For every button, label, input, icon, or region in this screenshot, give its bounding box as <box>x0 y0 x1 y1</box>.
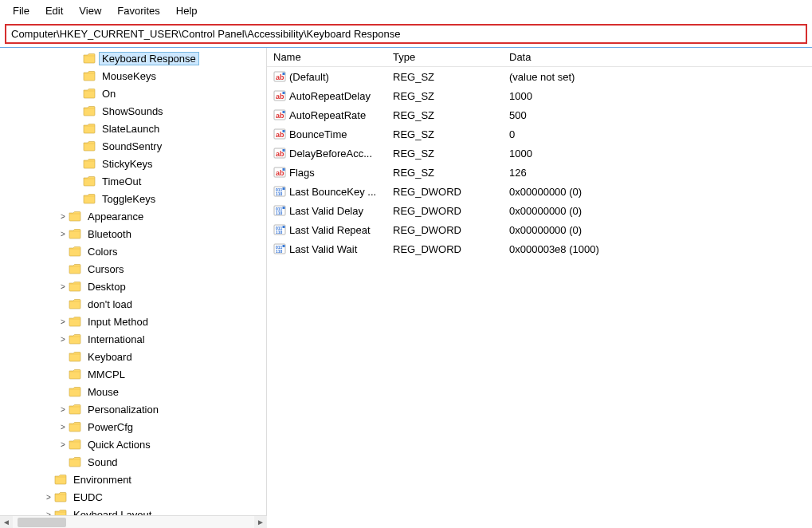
reg-dword-icon: 011110 <box>273 242 286 255</box>
reg-dword-icon: 011110 <box>273 223 286 236</box>
scroll-thumb[interactable] <box>18 518 66 527</box>
tree-item-label: Bluetooth <box>84 228 135 240</box>
col-header-data[interactable]: Data <box>503 48 812 66</box>
folder-icon <box>69 316 81 327</box>
scroll-left-icon[interactable]: ◄ <box>0 516 13 529</box>
expander-icon[interactable]: > <box>57 212 69 221</box>
value-data: 0x000003e8 (1000) <box>503 242 812 257</box>
tree-item[interactable]: StickyKeys <box>0 155 266 172</box>
value-name: DelayBeforeAcc... <box>289 148 372 160</box>
expander-icon[interactable]: > <box>57 230 69 238</box>
tree-item[interactable]: SoundSentry <box>0 137 266 155</box>
value-row[interactable]: abDelayBeforeAcc...REG_SZ1000 <box>267 144 812 163</box>
address-bar[interactable] <box>10 27 802 41</box>
menu-file[interactable]: File <box>6 3 36 18</box>
value-type: REG_SZ <box>386 165 503 180</box>
expander-icon[interactable]: > <box>57 423 69 431</box>
tree-item[interactable]: Cursors <box>0 260 266 278</box>
col-header-name[interactable]: Name <box>267 48 386 66</box>
tree-item[interactable]: ShowSounds <box>0 102 266 120</box>
value-type: REG_SZ <box>386 146 503 161</box>
folder-icon <box>69 351 81 362</box>
tree-item[interactable]: don't load <box>0 295 266 313</box>
tree-item[interactable]: >Appearance <box>0 207 266 225</box>
value-data: 0x00000000 (0) <box>503 203 812 219</box>
tree-item[interactable]: >Quick Actions <box>0 435 266 453</box>
tree-item-label: PowerCfg <box>84 421 136 433</box>
tree-item[interactable]: >Input Method <box>0 313 266 330</box>
tree-item[interactable]: On <box>0 85 266 102</box>
tree-item-label: Desktop <box>84 281 129 293</box>
value-data: 126 <box>503 165 812 180</box>
menu-edit[interactable]: Edit <box>39 3 69 18</box>
value-type: REG_DWORD <box>386 184 503 199</box>
expander-icon[interactable]: > <box>57 405 69 414</box>
tree-pane[interactable]: Keyboard ResponseMouseKeysOnShowSoundsSl… <box>0 48 267 528</box>
value-name: (Default) <box>289 71 329 83</box>
values-pane[interactable]: Name Type Data ab(Default)REG_SZ(value n… <box>267 48 812 528</box>
tree-item[interactable]: Keyboard <box>0 348 266 365</box>
expander-icon[interactable]: > <box>57 317 69 326</box>
folder-icon <box>69 211 81 222</box>
tree-item-label: Mouse <box>84 386 122 398</box>
value-data: 1000 <box>503 89 812 104</box>
value-row[interactable]: 011110Last BounceKey ...REG_DWORD0x00000… <box>267 182 812 201</box>
tree-item[interactable]: MouseKeys <box>0 67 266 85</box>
values-list: ab(Default)REG_SZ(value not set)abAutoRe… <box>267 67 812 258</box>
tree-item[interactable]: Environment <box>0 471 266 488</box>
tree-item[interactable]: TimeOut <box>0 172 266 190</box>
folder-icon <box>69 421 81 432</box>
value-row[interactable]: 011110Last Valid WaitREG_DWORD0x000003e8… <box>267 239 812 258</box>
tree-item[interactable]: SlateLaunch <box>0 120 266 137</box>
folder-icon <box>69 333 81 345</box>
tree-item[interactable]: Keyboard Response <box>0 49 266 67</box>
tree-item[interactable]: Colors <box>0 242 266 260</box>
col-header-type[interactable]: Type <box>386 48 503 66</box>
tree-item-label: ShowSounds <box>99 105 167 117</box>
svg-rect-8 <box>283 111 285 113</box>
svg-rect-2 <box>283 73 285 75</box>
expander-icon[interactable]: > <box>43 493 54 502</box>
tree-item[interactable]: >International <box>0 330 266 348</box>
tree-item[interactable]: >Bluetooth <box>0 225 266 242</box>
tree-item-label: Cursors <box>84 263 127 275</box>
tree-item-label: Keyboard Response <box>99 52 199 65</box>
value-type: REG_SZ <box>386 89 503 104</box>
folder-icon <box>83 140 96 152</box>
value-row[interactable]: ab(Default)REG_SZ(value not set) <box>267 67 812 86</box>
value-row[interactable]: abFlagsREG_SZ126 <box>267 163 812 182</box>
folder-icon <box>69 368 81 380</box>
tree-horizontal-scrollbar[interactable]: ◄ ► <box>0 515 267 528</box>
expander-icon[interactable]: > <box>57 282 69 291</box>
tree-item-label: Sound <box>84 456 121 468</box>
menu-view[interactable]: View <box>73 3 108 18</box>
tree-item[interactable]: ToggleKeys <box>0 190 266 207</box>
menu-help[interactable]: Help <box>170 3 204 18</box>
value-name: Last Valid Repeat <box>289 224 371 236</box>
tree-item[interactable]: >PowerCfg <box>0 418 266 435</box>
value-data: 0 <box>503 127 812 142</box>
tree-item[interactable]: >Personalization <box>0 400 266 418</box>
tree-item[interactable]: Mouse <box>0 383 266 400</box>
value-row[interactable]: 011110Last Valid RepeatREG_DWORD0x000000… <box>267 220 812 239</box>
expander-icon[interactable]: > <box>57 335 69 344</box>
value-data: (value not set) <box>503 69 812 85</box>
registry-tree: Keyboard ResponseMouseKeysOnShowSoundsSl… <box>0 48 266 525</box>
value-name: Last BounceKey ... <box>289 186 376 198</box>
values-header: Name Type Data <box>267 48 812 67</box>
value-row[interactable]: 011110Last Valid DelayREG_DWORD0x0000000… <box>267 201 812 220</box>
menu-favorites[interactable]: Favorites <box>111 3 166 18</box>
tree-item[interactable]: >Desktop <box>0 278 266 295</box>
value-row[interactable]: abBounceTimeREG_SZ0 <box>267 124 812 144</box>
tree-item[interactable]: Sound <box>0 453 266 471</box>
value-row[interactable]: abAutoRepeatDelayREG_SZ1000 <box>267 86 812 105</box>
expander-icon[interactable]: > <box>57 440 69 449</box>
scroll-right-icon[interactable]: ► <box>254 516 267 529</box>
value-row[interactable]: abAutoRepeatRateREG_SZ500 <box>267 105 812 124</box>
scroll-track[interactable] <box>13 516 254 529</box>
value-type: REG_SZ <box>386 69 503 85</box>
tree-item[interactable]: MMCPL <box>0 365 266 383</box>
svg-text:110: 110 <box>276 230 283 234</box>
folder-icon <box>83 70 96 81</box>
tree-item[interactable]: >EUDC <box>0 488 266 506</box>
